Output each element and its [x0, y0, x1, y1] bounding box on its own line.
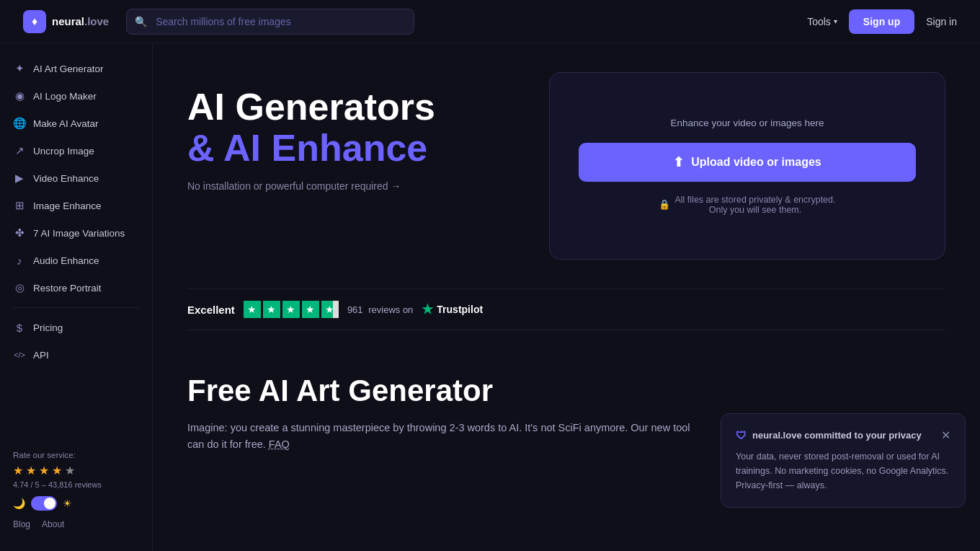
tp-star-4: ★ [302, 301, 319, 318]
about-link[interactable]: About [42, 519, 64, 529]
free-art-desc-1: Imagine: you create a stunning masterpie… [187, 422, 628, 433]
search-icon: 🔍 [135, 16, 147, 27]
sidebar-label-pricing: Pricing [33, 322, 63, 333]
privacy-popup-body: Your data, never stored post-removal or … [736, 449, 950, 493]
tools-label: Tools [807, 16, 831, 27]
star-1: ★ [13, 464, 23, 477]
sidebar-top: ✦ AI Art Generator ◉ AI Logo Maker 🌐 Mak… [0, 55, 152, 369]
trustpilot-bar: Excellent ★ ★ ★ ★ ★ 961 reviews on ★ Tru… [187, 288, 945, 330]
hero-title-line1: AI Generators [187, 86, 435, 128]
sidebar-label-ai-image-variations: 7 AI Image Variations [33, 228, 125, 239]
star-5: ★ [65, 464, 75, 477]
sidebar-item-ai-art-generator[interactable]: ✦ AI Art Generator [0, 55, 152, 82]
sparkle-icon: ✦ [13, 62, 26, 75]
chevron-down-icon: ▾ [834, 17, 837, 25]
sidebar-item-audio-enhance[interactable]: ♪ Audio Enhance [0, 247, 152, 274]
search-input[interactable] [126, 9, 414, 35]
rate-label: Rate our service: [13, 451, 139, 459]
hero-title: AI Generators & AI Enhance [187, 87, 514, 169]
sidebar-item-make-ai-avatar[interactable]: 🌐 Make AI Avatar [0, 110, 152, 137]
blog-about: Blog About [0, 515, 152, 534]
toggle-thumb [44, 498, 55, 509]
privacy-text-2: Only you will see them. [709, 205, 802, 215]
tools-button[interactable]: Tools ▾ [807, 16, 837, 27]
signup-button[interactable]: Sign up [849, 9, 914, 34]
sidebar-label-image-enhance: Image Enhance [33, 200, 102, 211]
sidebar-item-api[interactable]: </> API [0, 341, 152, 369]
tp-star-2: ★ [263, 301, 280, 318]
upload-button-label: Upload video or images [691, 156, 821, 169]
api-icon: </> [13, 348, 26, 361]
hero-left: AI Generators & AI Enhance No installati… [187, 72, 514, 192]
sidebar-label-ai-logo-maker: AI Logo Maker [33, 91, 97, 102]
sidebar-label-audio-enhance: Audio Enhance [33, 255, 99, 266]
portrait-icon: ◎ [13, 281, 26, 294]
sidebar-label-video-enhance: Video Enhance [33, 173, 99, 184]
play-icon: ▶ [13, 172, 26, 185]
sidebar-divider [13, 307, 139, 308]
privacy-popup-title-text: neural.love committed to your privacy [752, 430, 922, 441]
dark-mode-toggle: 🌙 ☀ [0, 492, 152, 515]
logo[interactable]: ♦ neural.love [23, 10, 109, 33]
sidebar-item-image-enhance[interactable]: ⊞ Image Enhance [0, 192, 152, 219]
sidebar-label-uncrop-image: Uncrop Image [33, 146, 94, 157]
tp-star-1: ★ [244, 301, 261, 318]
tp-star-3: ★ [282, 301, 300, 318]
sidebar-bottom: Rate our service: ★ ★ ★ ★ ★ 4.74 / 5 – 4… [0, 436, 152, 539]
trustpilot-icon: ★ [422, 301, 433, 317]
sidebar-item-restore-portrait[interactable]: ◎ Restore Portrait [0, 274, 152, 301]
logo-icon-sidebar: ◉ [13, 89, 26, 102]
pricing-icon: $ [13, 321, 26, 334]
lock-icon: 🔒 [659, 199, 670, 210]
variations-icon: ✤ [13, 226, 26, 239]
trustpilot-logo: ★ Trustpilot [422, 301, 483, 317]
privacy-popup-title: 🛡 neural.love committed to your privacy [736, 429, 922, 441]
tp-review-count: 961 [347, 304, 363, 315]
upload-card-label: Enhance your video or images here [670, 118, 824, 128]
upload-button[interactable]: ⬆ Upload video or images [579, 143, 916, 182]
privacy-text: All files are stored privately & encrypt… [674, 195, 835, 215]
nav-right: Tools ▾ Sign up Sign in [807, 9, 957, 34]
trustpilot-logo-name: Trustpilot [437, 304, 483, 315]
faq-link[interactable]: FAQ [269, 438, 290, 450]
hero-subtitle: No installation or powerful computer req… [187, 180, 514, 192]
privacy-popup: 🛡 neural.love committed to your privacy … [721, 413, 966, 508]
upload-card: Enhance your video or images here ⬆ Uplo… [549, 72, 945, 260]
hero-title-accent: & AI Enhance [187, 127, 427, 169]
privacy-popup-close-button[interactable]: ✕ [941, 428, 950, 442]
trustpilot-excellent: Excellent [187, 304, 235, 316]
sidebar-label-make-ai-avatar: Make AI Avatar [33, 118, 99, 129]
signin-button[interactable]: Sign in [926, 16, 957, 27]
sun-icon: ☀ [63, 498, 72, 509]
grid-icon: ⊞ [13, 199, 26, 212]
logo-text: neural.love [52, 15, 109, 27]
theme-toggle[interactable] [31, 496, 57, 511]
trustpilot-stars: ★ ★ ★ ★ ★ [244, 301, 339, 318]
shield-icon: 🛡 [736, 429, 747, 441]
free-art-desc: Imagine: you create a stunning masterpie… [187, 420, 692, 453]
privacy-note: 🔒 All files are stored privately & encry… [659, 195, 835, 215]
sidebar-label-ai-art-generator: AI Art Generator [33, 63, 104, 74]
blog-link[interactable]: Blog [13, 519, 30, 529]
expand-icon: ↗ [13, 144, 26, 157]
sidebar-label-api: API [33, 350, 49, 361]
sidebar-item-ai-image-variations[interactable]: ✤ 7 AI Image Variations [0, 219, 152, 247]
music-icon: ♪ [13, 254, 26, 267]
search-bar: 🔍 [126, 9, 414, 35]
sidebar-item-pricing[interactable]: $ Pricing [0, 314, 152, 341]
sidebar-item-video-enhance[interactable]: ▶ Video Enhance [0, 164, 152, 192]
sidebar-item-ai-logo-maker[interactable]: ◉ AI Logo Maker [0, 82, 152, 110]
sidebar-label-restore-portrait: Restore Portrait [33, 283, 102, 294]
globe-icon: 🌐 [13, 117, 26, 130]
privacy-popup-header: 🛡 neural.love committed to your privacy … [736, 428, 950, 442]
tp-reviews-suffix: reviews on [368, 304, 413, 315]
star-3: ★ [39, 464, 49, 477]
upload-icon: ⬆ [673, 154, 684, 170]
privacy-text-1: All files are stored privately & encrypt… [674, 195, 835, 205]
tp-reviews: 961 reviews on [347, 304, 413, 315]
logo-icon: ♦ [23, 10, 46, 33]
moon-icon: 🌙 [13, 498, 25, 509]
star-4: ★ [52, 464, 62, 477]
sidebar-item-uncrop-image[interactable]: ↗ Uncrop Image [0, 137, 152, 164]
free-art-title: Free AI Art Generator [187, 374, 945, 408]
